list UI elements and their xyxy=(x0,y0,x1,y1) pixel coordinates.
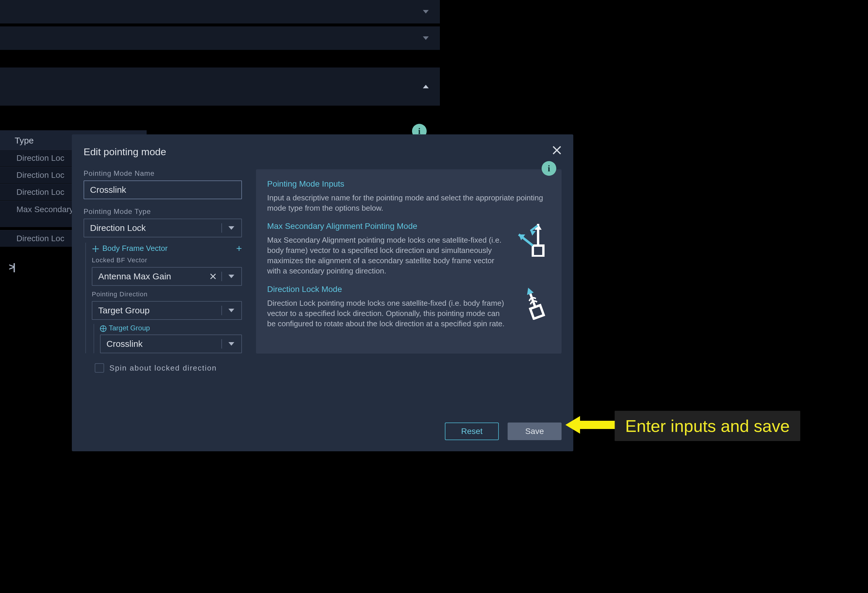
spin-checkbox-label: Spin about locked direction xyxy=(109,364,217,373)
form-column: Pointing Mode Name Pointing Mode Type Di… xyxy=(84,169,242,373)
clear-icon[interactable] xyxy=(210,273,217,280)
pointing-direction-select[interactable]: Target Group xyxy=(92,301,242,320)
reset-button[interactable]: Reset xyxy=(445,423,499,440)
bg-collapsed-section-1[interactable] xyxy=(0,0,440,24)
dialog-title: Edit pointing mode xyxy=(84,146,562,158)
edit-pointing-mode-dialog: Edit pointing mode Pointing Mode Name Po… xyxy=(72,135,573,451)
locked-bf-vector-value: Antenna Max Gain xyxy=(98,271,171,281)
bg-expanded-section[interactable] xyxy=(0,68,440,106)
info-paragraph-inputs: Input a descriptive name for the pointin… xyxy=(267,193,551,213)
pointing-mode-type-select[interactable]: Direction Lock xyxy=(84,219,242,237)
save-button[interactable]: Save xyxy=(508,423,562,440)
locked-bf-vector-select[interactable]: Antenna Max Gain xyxy=(92,267,242,286)
target-group-select[interactable]: Crosslink xyxy=(100,334,242,353)
axes-icon xyxy=(92,245,99,252)
pointing-mode-name-input[interactable] xyxy=(84,180,242,199)
close-icon[interactable] xyxy=(552,145,562,155)
info-heading-dirlock: Direction Lock Mode xyxy=(267,285,506,294)
add-body-frame-vector-icon[interactable]: + xyxy=(236,243,242,254)
pointing-direction-label: Pointing Direction xyxy=(92,290,242,298)
max-secondary-diagram-icon xyxy=(515,222,551,257)
annotation-arrow xyxy=(565,415,615,435)
info-panel: i Pointing Mode Inputs Input a descripti… xyxy=(256,169,562,353)
info-icon[interactable]: i xyxy=(542,161,556,176)
info-paragraph-dirlock: Direction Lock pointing mode locks one s… xyxy=(267,298,506,329)
info-paragraph-maxsec: Max Secondary Alignment pointing mode lo… xyxy=(267,235,506,276)
target-group-value: Crosslink xyxy=(106,339,143,349)
pointing-mode-type-value: Direction Lock xyxy=(90,223,146,233)
svg-rect-1 xyxy=(530,305,544,319)
annotation-label: Enter inputs and save xyxy=(625,416,790,436)
chevron-down-icon xyxy=(229,275,234,278)
bg-collapsed-section-2[interactable] xyxy=(0,27,440,50)
pointing-mode-name-label: Pointing Mode Name xyxy=(84,169,242,177)
info-heading-maxsec: Max Secondary Alignment Pointing Mode xyxy=(267,222,506,231)
spin-checkbox[interactable] xyxy=(95,363,104,373)
chevron-down-icon xyxy=(229,309,234,312)
target-group-label: Target Group xyxy=(100,324,242,332)
direction-lock-diagram-icon xyxy=(515,285,551,320)
globe-icon xyxy=(100,325,106,332)
collapse-sidebar-icon[interactable]: >| xyxy=(9,261,14,273)
svg-rect-0 xyxy=(533,245,543,256)
pointing-direction-value: Target Group xyxy=(98,305,149,315)
annotation-label-box: Enter inputs and save xyxy=(615,411,800,441)
body-frame-vector-heading: Body Frame Vector xyxy=(92,244,168,253)
info-heading-inputs: Pointing Mode Inputs xyxy=(267,179,551,189)
chevron-down-icon xyxy=(229,226,234,230)
locked-bf-vector-label: Locked BF Vector xyxy=(92,256,242,264)
pointing-mode-type-label: Pointing Mode Type xyxy=(84,207,242,216)
chevron-down-icon xyxy=(229,342,234,346)
